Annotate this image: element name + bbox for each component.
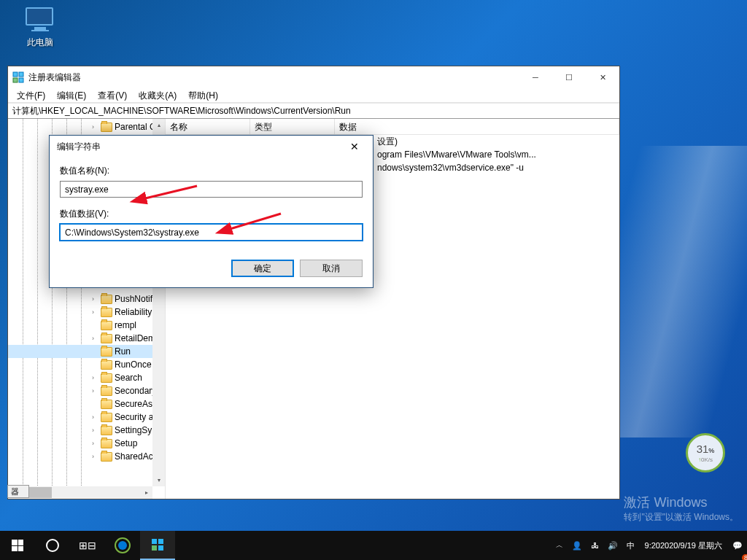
svg-rect-1: [19, 72, 23, 77]
tree-item[interactable]: rempl: [8, 319, 158, 332]
taskview-icon: ⊞⊟: [79, 540, 96, 551]
tray-network-icon[interactable]: 🖧: [587, 531, 603, 560]
list-header: 名称 类型 数据: [166, 119, 619, 135]
tree-item[interactable]: ›SharedAcc: [8, 450, 158, 463]
svg-point-7: [118, 541, 127, 550]
speed-meter-widget[interactable]: 31% ↑0K/s: [686, 433, 725, 472]
cortana-icon: [46, 539, 59, 552]
desktop-icon-this-pc[interactable]: 此电脑: [15, 7, 66, 49]
address-bar[interactable]: 计算机\HKEY_LOCAL_MACHINE\SOFTWARE\Microsof…: [8, 103, 619, 119]
value-data-label: 数值数据(V):: [60, 208, 363, 220]
svg-rect-11: [158, 545, 163, 551]
tray-overflow-button[interactable]: ︿: [551, 531, 568, 560]
tree-item[interactable]: ›PushNotifi: [8, 292, 158, 306]
svg-rect-3: [19, 78, 23, 82]
tree-item[interactable]: ›Reliability: [8, 306, 158, 319]
tree-item[interactable]: ›Secondary: [8, 384, 158, 397]
edge-icon: [115, 537, 131, 553]
svg-rect-10: [152, 545, 157, 551]
value-data-input[interactable]: [60, 224, 363, 241]
svg-rect-2: [13, 78, 18, 82]
start-button[interactable]: [0, 531, 35, 560]
menu-file[interactable]: 文件(F): [11, 88, 51, 102]
tree-item[interactable]: ›RetailDem: [8, 332, 158, 345]
close-button[interactable]: ✕: [586, 66, 619, 88]
menu-view[interactable]: 查看(V): [92, 88, 133, 102]
action-center-button[interactable]: 💬 8: [728, 531, 747, 560]
svg-rect-8: [152, 539, 157, 544]
taskview-button[interactable]: ⊞⊟: [70, 531, 105, 560]
windows-icon: [12, 540, 23, 551]
titlebar[interactable]: 注册表编辑器 ─ ☐ ✕: [8, 66, 619, 88]
taskbar-app-regedit[interactable]: [140, 531, 175, 560]
regedit-icon: [12, 71, 24, 83]
computer-icon: [26, 7, 55, 33]
col-data[interactable]: 数据: [335, 119, 619, 134]
edit-string-dialog: 编辑字符串 ✕ 数值名称(N): 数值数据(V): 确定 取消: [49, 135, 374, 288]
value-name-input[interactable]: [60, 181, 363, 198]
tray-volume-icon[interactable]: 🔊: [603, 531, 622, 560]
menu-favorites[interactable]: 收藏夹(A): [133, 88, 182, 102]
menubar: 文件(F) 编辑(E) 查看(V) 收藏夹(A) 帮助(H): [8, 88, 619, 103]
col-type[interactable]: 类型: [250, 119, 335, 134]
desktop-icon-label: 此电脑: [15, 36, 66, 49]
value-name-label: 数值名称(N):: [60, 165, 363, 177]
menu-edit[interactable]: 编辑(E): [51, 88, 92, 102]
taskbar-app-edge[interactable]: [105, 531, 140, 560]
ok-button[interactable]: 确定: [231, 260, 294, 277]
tree-item[interactable]: ›SettingSyn: [8, 424, 158, 437]
svg-rect-9: [158, 539, 163, 544]
svg-rect-0: [13, 72, 18, 77]
minimize-button[interactable]: ─: [519, 66, 552, 88]
window-title: 注册表编辑器: [28, 71, 519, 84]
system-tray: ︿ 👤 🖧 🔊 中 9:20 2020/9/19 星期六 💬 8: [551, 531, 747, 560]
tree-item[interactable]: RunOnce: [8, 358, 158, 371]
tray-ime-indicator[interactable]: 中: [622, 531, 639, 560]
tray-people-icon[interactable]: 👤: [568, 531, 587, 560]
tree-item-run[interactable]: Run: [8, 345, 158, 358]
status-bar: 器: [7, 485, 29, 498]
taskbar: ⊞⊟ ︿ 👤 🖧 🔊 中 9:20 2020/9/19 星期六 💬 8: [0, 531, 747, 560]
tree-item[interactable]: ›Search: [8, 371, 158, 384]
tree-item[interactable]: ›Setup: [8, 437, 158, 450]
windows-activation-watermark: 激活 Windows 转到"设置"以激活 Windows。: [624, 494, 738, 524]
col-name[interactable]: 名称: [166, 119, 250, 134]
notification-count: 8: [742, 554, 747, 560]
tree-item[interactable]: ›Security ar: [8, 411, 158, 424]
cortana-button[interactable]: [35, 531, 70, 560]
dialog-title-text: 编辑字符串: [57, 141, 101, 153]
dialog-titlebar[interactable]: 编辑字符串 ✕: [50, 136, 373, 158]
notification-icon: 💬: [732, 541, 743, 551]
tree-scrollbar-h[interactable]: ◂ ▸: [8, 486, 152, 499]
tree-item[interactable]: ›Parental C: [8, 120, 158, 133]
taskbar-clock[interactable]: 9:20 2020/9/19 星期六: [639, 531, 728, 560]
maximize-button[interactable]: ☐: [552, 66, 586, 88]
regedit-taskbar-icon: [150, 537, 165, 552]
tree-item[interactable]: SecureAss: [8, 397, 158, 411]
menu-help[interactable]: 帮助(H): [182, 88, 224, 102]
cancel-button[interactable]: 取消: [300, 260, 363, 277]
dialog-close-button[interactable]: ✕: [344, 136, 365, 158]
